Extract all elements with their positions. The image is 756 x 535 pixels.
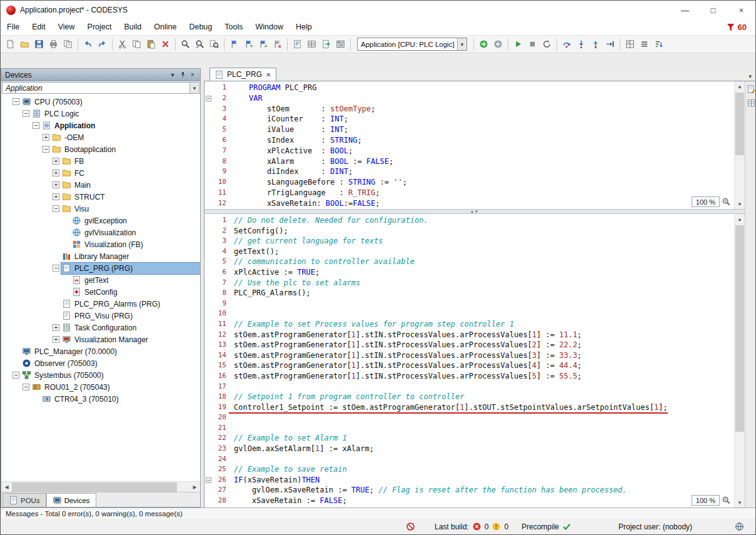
collapse-icon[interactable]: − (13, 372, 19, 379)
tab-list-chevron-icon[interactable]: ▾ (746, 72, 754, 81)
scrollbar-thumb[interactable] (12, 482, 177, 492)
tree-item-observer-705003[interactable]: Observer (705003) (1, 357, 200, 369)
code-line-24[interactable]: 24 (204, 454, 734, 465)
code-line-16[interactable]: 16stOem.astProgramGenerator[1].stIN.stPr… (204, 371, 734, 382)
tab-plc-prg[interactable]: PLC_PRG ✕ (209, 68, 276, 81)
tree-item-prg-visu-prg[interactable]: PRG_Visu (PRG) (1, 310, 200, 322)
panel-menu-chevron-icon[interactable]: ▾ (168, 70, 178, 80)
bookmark-toggle-button[interactable] (227, 37, 241, 51)
code-line-11[interactable]: 11 rTrigLanguage : R_TRIG; (204, 188, 734, 198)
fold-collapse-icon[interactable]: − (206, 96, 211, 101)
devices-horizontal-scrollbar[interactable]: ◀ ▶ (1, 481, 200, 492)
device-root-combo[interactable]: Application ▾ (2, 82, 199, 94)
code-line-17[interactable]: 17 (204, 382, 734, 392)
tree-item-plc-manager-70-0000[interactable]: PLC_Manager (70.0000) (1, 345, 200, 357)
code-line-2[interactable]: 2SetConfig(); (204, 226, 734, 237)
code-line-12[interactable]: 12stOem.astProgramGenerator[1].stIN.stPr… (204, 330, 734, 340)
tree-item-visualization-manager[interactable]: +Visualization Manager (1, 334, 200, 345)
code-line-6[interactable]: 6 sIndex : STRING; (204, 135, 734, 146)
menu-build[interactable]: Build (118, 19, 148, 35)
code-line-8[interactable]: 8 xAlarm : BOOL := FALSE; (204, 156, 734, 167)
close-button[interactable]: × (727, 1, 755, 19)
step-over-button[interactable] (560, 37, 574, 51)
paste-button[interactable] (144, 37, 158, 51)
code-line-27[interactable]: 27 gvlOem.xSaveRetain := TRUE; // Flag i… (204, 485, 734, 496)
replace-button[interactable] (193, 37, 207, 51)
expand-icon[interactable]: + (53, 181, 59, 188)
expand-icon[interactable]: + (53, 193, 59, 200)
collapse-icon[interactable]: − (53, 205, 59, 212)
editor-table-view-button[interactable] (746, 98, 756, 108)
minimize-button[interactable]: — (671, 1, 699, 19)
menu-file[interactable]: File (1, 19, 26, 35)
code-line-7[interactable]: 7// Use the plc to set alarms (204, 278, 734, 288)
editor-splitter[interactable]: ▲▼ (204, 209, 745, 214)
tab-close-icon[interactable]: ✕ (265, 71, 271, 78)
copy-button[interactable] (129, 37, 144, 51)
scroll-right-icon[interactable]: ▶ (189, 482, 200, 492)
messages-bar[interactable]: Messages - Total 0 error(s), 0 warning(s… (1, 507, 755, 519)
active-application-combo[interactable]: Application [CPU: PLC Logic]▾ (357, 38, 467, 51)
declarations-button[interactable] (290, 37, 305, 51)
find-objects-button[interactable] (207, 37, 221, 51)
splitter-grip-icon[interactable]: ▲▼ (204, 210, 745, 214)
code-line-11[interactable]: 11// Example to set Process values for p… (204, 319, 734, 330)
tree-item-setconfig[interactable]: SetConfig (1, 286, 200, 298)
tree-item-fb[interactable]: +FB (1, 155, 200, 167)
code-line-9[interactable]: 9 diIndex : DINT; (204, 166, 734, 177)
code-line-22[interactable]: 22// Example to set Alarm 1 (204, 433, 734, 444)
code-line-2[interactable]: −2VAR (204, 93, 734, 104)
run-to-cursor-button[interactable] (603, 37, 617, 51)
tree-item-task-configuration[interactable]: +Task Configuration (1, 322, 200, 334)
menu-help[interactable]: Help (290, 19, 318, 35)
logout-button[interactable] (491, 37, 505, 51)
tree-item-systembus-705000[interactable]: −Systembus (705000) (1, 369, 200, 381)
code-line-15[interactable]: 15stOem.astProgramGenerator[1].stIN.stPr… (204, 360, 734, 371)
menu-online[interactable]: Online (148, 19, 183, 35)
redo-button[interactable] (95, 37, 109, 51)
cut-button[interactable] (115, 37, 129, 51)
bookmark-previous-button[interactable] (256, 37, 270, 51)
code-line-1[interactable]: 1PROGRAM PLC_PRG (204, 83, 734, 93)
code-line-5[interactable]: 5// communication to controller availabl… (204, 257, 734, 267)
menu-debug[interactable]: Debug (183, 19, 218, 35)
code-line-23[interactable]: 23gvlOem.axSetAlarm[1] := xAlarm; (204, 444, 734, 454)
declaration-editor[interactable]: 1PROGRAM PLC_PRG−2VAR3 stOem : stOemType… (204, 81, 745, 209)
code-line-4[interactable]: 4 iCounter : INT; (204, 114, 734, 125)
sort-options-button[interactable] (652, 37, 666, 51)
code-line-6[interactable]: 6xPlcActive := TRUE; (204, 267, 734, 278)
tree-item-application[interactable]: −Application (1, 120, 200, 131)
code-line-28[interactable]: 28 xSaveRetain := FALSE; (204, 496, 734, 506)
undo-button[interactable] (81, 37, 95, 51)
code-line-7[interactable]: 7 xPlcActive : BOOL; (204, 146, 734, 156)
declaration-scrollbar[interactable]: ▲ ▼ (734, 81, 745, 209)
tab-pous[interactable]: POUs (3, 493, 46, 507)
scroll-down-icon[interactable]: ▼ (735, 199, 745, 209)
tree-item-plc-prg-alarms-prg[interactable]: PLC_PRG_Alarms (PRG) (1, 298, 200, 310)
export-doc-button[interactable] (319, 37, 333, 51)
implementation-zoom-control[interactable]: 100 % (692, 495, 732, 506)
tree-item-library-manager[interactable]: Library Manager (1, 250, 200, 262)
expand-icon[interactable]: + (53, 336, 59, 343)
code-line-8[interactable]: 8PLC_PRG_Alarms(); (204, 288, 734, 298)
save-button[interactable] (32, 37, 46, 51)
single-cycle-button[interactable] (540, 37, 554, 51)
tree-item-gvlvisualization[interactable]: gvlVisualization (1, 227, 200, 238)
collapse-icon[interactable]: − (23, 384, 29, 390)
tab-devices[interactable]: Devices (46, 493, 96, 507)
tree-item-plc-prg-prg[interactable]: −PLC_PRG (PRG) (1, 262, 200, 274)
code-line-12[interactable]: 12 xSaveRetain: BOOL:=FALSE; (204, 198, 734, 209)
scrollbar-thumb[interactable] (735, 93, 744, 155)
tree-item-oem[interactable]: +-OEM (1, 131, 200, 143)
bookmark-clear-button[interactable] (270, 37, 285, 51)
code-line-14[interactable]: 14stOem.astProgramGenerator[1].stIN.stPr… (204, 350, 734, 361)
expand-icon[interactable]: + (43, 134, 49, 141)
copy-project-button[interactable] (61, 37, 75, 51)
expand-icon[interactable]: + (53, 324, 59, 331)
implementation-scrollbar[interactable]: ▲ ▼ (734, 214, 745, 507)
code-line-9[interactable]: 9 (204, 298, 734, 309)
project-user[interactable]: Project user: (nobody) (618, 519, 692, 534)
start-button[interactable] (511, 37, 525, 51)
menu-project[interactable]: Project (81, 19, 118, 35)
tree-item-struct[interactable]: +STRUCT (1, 191, 200, 203)
